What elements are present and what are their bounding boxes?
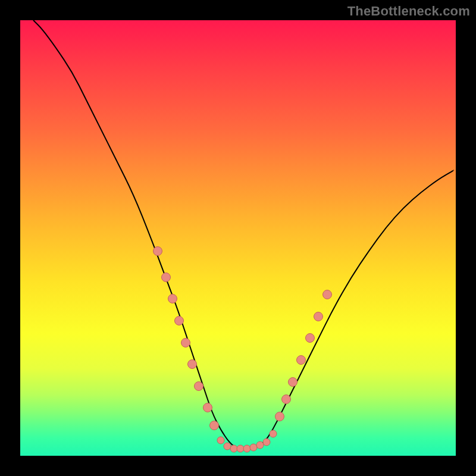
data-point xyxy=(153,246,162,256)
watermark-text: TheBottleneck.com xyxy=(347,4,470,19)
data-point xyxy=(275,412,284,421)
data-point xyxy=(203,403,212,412)
data-point xyxy=(269,430,277,438)
data-point xyxy=(209,421,219,430)
data-point xyxy=(262,438,270,446)
data-point xyxy=(305,333,315,343)
curve-svg xyxy=(20,20,456,456)
data-point xyxy=(314,312,323,321)
data-point xyxy=(194,381,203,391)
bottleneck-curve xyxy=(33,20,453,449)
data-point xyxy=(187,359,197,369)
data-point xyxy=(168,294,177,303)
data-point xyxy=(161,273,171,282)
data-point xyxy=(296,355,306,365)
data-point xyxy=(281,394,291,404)
outer-frame: TheBottleneck.com xyxy=(0,0,476,476)
data-point xyxy=(181,338,190,347)
plot-area xyxy=(20,20,456,456)
data-point xyxy=(322,290,332,299)
data-point xyxy=(174,316,184,325)
data-point xyxy=(288,377,298,387)
data-point xyxy=(217,437,224,444)
